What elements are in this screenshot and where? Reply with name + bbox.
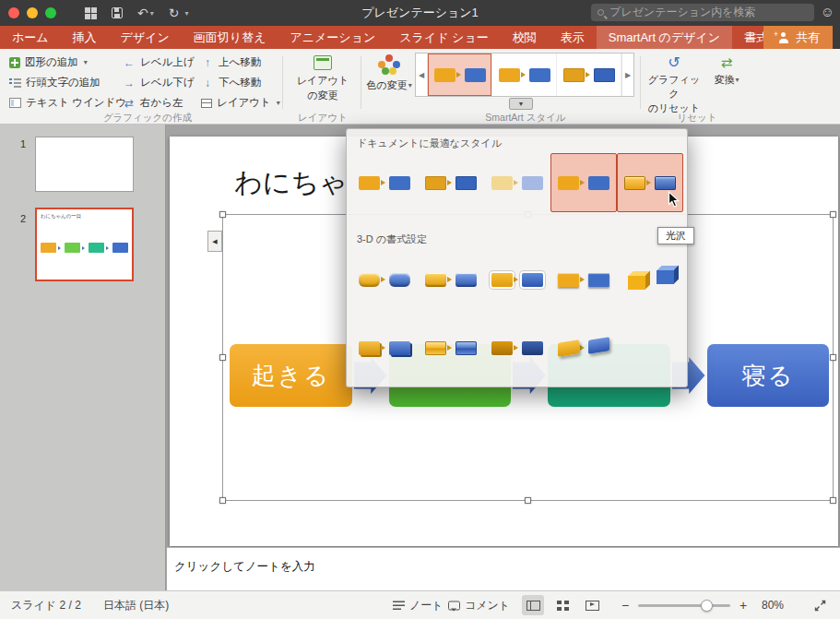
slide-sorter-icon	[557, 601, 569, 611]
share-button[interactable]: + 共有	[763, 26, 833, 49]
redo-button[interactable]: ↻	[169, 6, 180, 19]
threed-style-b-1[interactable]	[351, 318, 418, 377]
threed-style-b-4[interactable]	[550, 318, 617, 377]
slide-thumbnail-1[interactable]	[35, 137, 134, 192]
text-pane-label: テキスト ウインドウ	[26, 96, 126, 110]
tab-view[interactable]: 表示	[549, 26, 597, 49]
feedback-smiley-icon[interactable]: ☺	[821, 5, 834, 18]
add-shape-button[interactable]: 図形の追加 ▾	[9, 55, 88, 69]
search-input[interactable]: プレゼンテーション内を検索	[591, 4, 814, 21]
style-thumb-graphic	[499, 68, 550, 82]
ribbon-style-thumb-3[interactable]	[557, 54, 621, 96]
ribbon-style-thumb-1[interactable]	[428, 54, 492, 96]
threed-style-a-4[interactable]	[550, 250, 617, 309]
selection-handle-tl[interactable]	[219, 211, 226, 218]
zoom-slider-thumb[interactable]	[701, 600, 713, 612]
gallery-next-button[interactable]: ▶	[621, 54, 633, 96]
selection-handle-bm[interactable]	[525, 497, 531, 504]
move-down-icon: ↓	[201, 77, 214, 89]
add-bullet-button[interactable]: 行頭文字の追加	[9, 76, 101, 89]
minimize-button[interactable]	[27, 7, 38, 18]
tab-home[interactable]: ホーム	[0, 26, 61, 49]
ribbon-style-thumb-2[interactable]	[492, 54, 557, 96]
demote-icon: →	[123, 77, 136, 89]
undo-button[interactable]: ↶	[137, 6, 148, 19]
text-pane-button[interactable]: テキスト ウインドウ	[9, 96, 126, 110]
notes-toggle-label: ノート	[409, 598, 444, 613]
text-pane-toggle[interactable]: ◀	[207, 231, 222, 252]
titlebar: ↶ ▾ ↻ ▾ プレゼンテーション1 プレゼンテーション内を検索 ☺	[0, 0, 840, 26]
zoom-slider[interactable]	[638, 604, 730, 607]
tab-transitions[interactable]: 画面切り替え	[182, 26, 278, 49]
view-sorter-button[interactable]	[551, 595, 574, 615]
best-style-2[interactable]	[418, 153, 484, 212]
convert-button[interactable]: ⇄ 変換 ▾	[706, 55, 747, 87]
style-thumb-graphic	[491, 341, 543, 355]
change-layout-button[interactable]: レイアウト の変更	[291, 55, 354, 102]
slide-title[interactable]: わにちゃ	[234, 164, 348, 202]
selection-handle-tr[interactable]	[830, 211, 836, 218]
notes-pane[interactable]: クリックしてノートを入力	[167, 547, 840, 590]
close-button[interactable]	[8, 7, 19, 18]
best-style-1[interactable]	[351, 153, 418, 212]
view-slideshow-button[interactable]	[581, 595, 603, 615]
selection-handle-br[interactable]	[830, 497, 836, 504]
slide-number-2: 2	[20, 213, 26, 224]
best-style-3[interactable]	[484, 153, 550, 212]
selection-handle-ml[interactable]	[219, 354, 226, 361]
redo-caret-icon[interactable]: ▾	[184, 9, 188, 18]
tab-insert[interactable]: 挿入	[61, 26, 109, 49]
style-thumb-graphic	[359, 341, 410, 355]
add-shape-caret-icon: ▾	[84, 58, 88, 66]
zoom-out-button[interactable]: −	[621, 598, 629, 613]
promote-label: レベル上げ	[140, 55, 195, 69]
style-thumb-graphic	[425, 341, 477, 355]
share-person-icon: +	[776, 32, 789, 43]
best-style-4[interactable]	[550, 153, 617, 212]
zoom-in-button[interactable]: +	[739, 598, 747, 613]
tab-review[interactable]: 校閲	[501, 26, 549, 49]
selection-handle-mr[interactable]	[830, 354, 836, 361]
promote-button[interactable]: ← レベル上げ	[123, 55, 195, 69]
right-to-left-button[interactable]: ⇄ 右から左	[123, 96, 183, 110]
slide-thumbnail-2[interactable]: わにちゃんの一日	[35, 208, 134, 281]
right-to-left-label: 右から左	[140, 96, 183, 110]
move-up-button[interactable]: ↑ 上へ移動	[201, 55, 261, 69]
fullscreen-button[interactable]	[45, 7, 56, 18]
threed-style-a-3[interactable]	[484, 250, 550, 309]
thumbnail-shape	[41, 243, 56, 253]
smartart-box[interactable]: 寝る	[707, 344, 830, 407]
tab-animations[interactable]: アニメーション	[278, 26, 387, 49]
undo-caret-icon[interactable]: ▾	[150, 9, 154, 18]
slideshow-icon	[586, 601, 599, 611]
tab-design[interactable]: デザイン	[109, 26, 182, 49]
slide-thumbnails-panel: 1 2 わにちゃんの一日	[0, 125, 166, 590]
view-normal-button[interactable]	[522, 595, 544, 615]
dropdown-section-3d: 3-D の書式設定	[357, 232, 427, 246]
reset-graphic-button[interactable]: ↺ グラフィック のリセット	[645, 55, 703, 115]
threed-style-b-2[interactable]	[418, 318, 484, 377]
comments-toggle[interactable]: コメント	[448, 598, 510, 613]
view-switcher-icon[interactable]	[85, 7, 97, 19]
threed-style-a-2[interactable]	[418, 250, 484, 309]
text-pane-toggle-icon: ◀	[212, 238, 217, 245]
group-label-reset: リセット	[645, 112, 749, 125]
save-icon[interactable]	[112, 7, 123, 18]
tab-smartart-design[interactable]: SmartArt のデザイン	[597, 26, 732, 49]
gallery-more-button[interactable]: ▼	[509, 98, 533, 110]
move-down-button[interactable]: ↓ 下へ移動	[201, 76, 261, 89]
change-colors-button[interactable]: 色の変更 ▾	[365, 54, 413, 92]
tab-slideshow[interactable]: スライド ショー	[387, 26, 500, 49]
notes-toggle[interactable]: ノート	[393, 598, 444, 613]
fit-window-button[interactable]	[813, 599, 827, 613]
smartart-box[interactable]: 起きる	[230, 344, 352, 407]
demote-button[interactable]: → レベル下げ	[123, 76, 195, 89]
language-status[interactable]: 日本語 (日本)	[103, 598, 169, 613]
threed-style-a-5[interactable]	[617, 250, 683, 309]
selection-handle-bl[interactable]	[219, 497, 226, 504]
threed-style-a-1[interactable]	[351, 250, 418, 309]
threed-style-b-3[interactable]	[484, 318, 550, 377]
layout-button[interactable]: レイアウト ▾	[201, 96, 280, 110]
best-style-5[interactable]	[617, 153, 683, 212]
gallery-prev-button[interactable]: ◀	[416, 54, 428, 96]
